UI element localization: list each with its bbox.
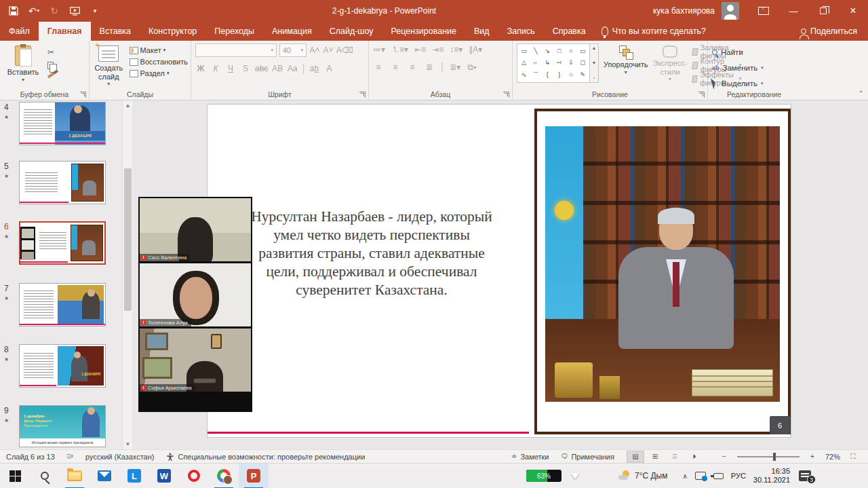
customize-qat-icon[interactable]: ▾: [90, 5, 100, 16]
hidden-icons-chevron[interactable]: ∧: [682, 472, 687, 480]
participant-video-3[interactable]: Софья Арыспаева: [140, 329, 251, 392]
tab-view[interactable]: Вид: [465, 22, 498, 41]
text-shadow-button[interactable]: S: [240, 62, 251, 75]
text-direction-button[interactable]: ∥A▾: [469, 43, 482, 56]
paste-caret[interactable]: ▾: [22, 77, 24, 83]
app-l-button[interactable]: L: [119, 464, 149, 488]
arrange-button[interactable]: Упорядочить ▾: [604, 43, 648, 75]
start-button[interactable]: [0, 464, 30, 488]
select-button[interactable]: Выделить▾: [712, 76, 797, 90]
font-size-combo[interactable]: 40▾: [279, 43, 307, 57]
powerpoint-button[interactable]: P: [239, 464, 269, 488]
zoom-slider-thumb[interactable]: [773, 453, 776, 461]
slide-sorter-view-button[interactable]: ⊞: [646, 451, 664, 463]
opera-button[interactable]: [179, 464, 209, 488]
notes-button[interactable]: ≐Заметки: [505, 450, 555, 463]
tab-file[interactable]: Файл: [0, 22, 39, 41]
display-tray-icon[interactable]: [695, 472, 706, 480]
tab-home[interactable]: Главная: [39, 22, 91, 41]
shapes-gallery[interactable]: ▭╲↘□○▭ △⌐↳⇨⇩◻ ∿⌒{}☆✎: [517, 43, 590, 83]
align-left-button[interactable]: ≡: [373, 61, 384, 73]
reading-view-button[interactable]: ⌻: [666, 451, 684, 463]
weather-widget[interactable]: 7°C Дым: [618, 471, 667, 481]
font-dialog-launcher[interactable]: [359, 92, 366, 98]
file-explorer-button[interactable]: [60, 464, 90, 488]
font-color-button[interactable]: А: [324, 62, 335, 75]
slide-thumbnail-4[interactable]: 4★ 1 ДЕКАБРЯ: [4, 102, 119, 145]
cut-icon[interactable]: ✂: [47, 48, 54, 57]
scroll-up-button[interactable]: ▲: [123, 100, 133, 111]
restore-button[interactable]: [808, 0, 838, 22]
quick-styles-button[interactable]: Экспресс-стили ▾: [652, 43, 687, 82]
slide-canvas[interactable]: Нурсултан Назарбаев - лидер, который уме…: [132, 100, 868, 449]
undo-dropdown-caret[interactable]: ▾: [37, 8, 40, 14]
participant-video-1[interactable]: Сасс Валентина: [140, 198, 251, 261]
bullets-button[interactable]: ≔▾: [373, 43, 385, 56]
zoom-slider[interactable]: [737, 456, 800, 457]
tell-me-box[interactable]: Что вы хотите сделать?: [595, 22, 713, 41]
char-spacing-button[interactable]: АВ: [272, 62, 283, 75]
reset-button[interactable]: Восстановить: [130, 58, 188, 66]
tab-review[interactable]: Рецензирование: [382, 22, 465, 41]
paste-button[interactable]: Вставить ▾: [4, 43, 42, 83]
find-button[interactable]: Найти: [712, 45, 797, 59]
decrease-indent-button[interactable]: ⇤≡: [414, 43, 426, 56]
mail-button[interactable]: [90, 464, 119, 488]
tab-design[interactable]: Конструктор: [140, 22, 205, 41]
numbering-button[interactable]: ⒈≡▾: [391, 43, 408, 56]
tab-transitions[interactable]: Переходы: [205, 22, 263, 41]
new-slide-button[interactable]: Создать слайд ▾: [94, 43, 124, 87]
portrait-frame[interactable]: [534, 109, 791, 434]
panel-scrollbar[interactable]: ▲ ▼: [122, 100, 132, 449]
slide-thumbnail-5[interactable]: 5★: [4, 161, 119, 204]
underline-button[interactable]: Ч: [225, 62, 236, 75]
new-slide-caret[interactable]: ▾: [107, 81, 110, 87]
video-conference-overlay[interactable]: Сасс Валентина Толегенова Алуа Софья Ары…: [138, 197, 252, 412]
slide-counter[interactable]: Слайд 6 из 13: [0, 450, 61, 463]
spellcheck-button[interactable]: ⌹ˣ: [61, 450, 79, 463]
layout-button[interactable]: Макет▾: [130, 46, 188, 54]
clear-formatting-icon[interactable]: A⌫: [336, 44, 353, 56]
justify-button[interactable]: ≣: [424, 61, 435, 73]
slide-thumbnail-7[interactable]: 7★: [4, 283, 119, 326]
format-painter-icon[interactable]: [47, 72, 54, 78]
align-right-button[interactable]: ≡: [407, 61, 418, 73]
collapse-ribbon-button[interactable]: ⌃: [859, 90, 864, 97]
battery-percent-widget[interactable]: 63%: [526, 470, 561, 482]
slide-thumbnail-8[interactable]: 8★ 1 ДЕКАБРЯ: [4, 344, 119, 388]
start-slideshow-icon[interactable]: [69, 5, 80, 16]
tab-insert[interactable]: Вставка: [91, 22, 140, 41]
ribbon-display-options-button[interactable]: [749, 0, 778, 22]
comments-button[interactable]: 🗨Примечания: [555, 450, 620, 463]
word-button[interactable]: W: [149, 464, 179, 488]
font-name-combo[interactable]: ▾: [195, 43, 277, 57]
shrink-font-icon[interactable]: A˅: [323, 44, 334, 56]
accessibility-button[interactable]: Специальные возможности: проверьте реком…: [160, 450, 371, 463]
italic-button[interactable]: К: [210, 62, 221, 75]
chrome-button[interactable]: [209, 464, 239, 488]
share-button[interactable]: Поделиться: [790, 22, 868, 41]
slide-thumbnail-6-selected[interactable]: 6★: [4, 221, 119, 265]
normal-view-button[interactable]: ▤: [627, 451, 644, 463]
scrollbar-thumb[interactable]: [124, 168, 132, 311]
highlight-button[interactable]: ab̲: [309, 62, 320, 75]
account-name[interactable]: кука бахтиярова: [653, 6, 715, 16]
tab-slideshow[interactable]: Слайд-шоу: [321, 22, 382, 41]
language-button[interactable]: русский (Казахстан): [79, 450, 160, 463]
shapes-gallery-scrollbar[interactable]: ▲▼⹀: [590, 43, 599, 83]
zoom-in-button[interactable]: +: [804, 451, 821, 463]
save-icon[interactable]: [8, 5, 19, 16]
columns-button[interactable]: ≣▾: [450, 61, 460, 73]
slide-thumbnail-9[interactable]: 9★ 1 декабря- День Первого Президента Ис…: [4, 405, 119, 447]
copy-icon[interactable]: [47, 62, 54, 69]
scroll-down-button[interactable]: ▼: [123, 439, 133, 449]
drawing-dialog-launcher[interactable]: [698, 92, 705, 98]
tab-help[interactable]: Справка: [544, 22, 595, 41]
paragraph-dialog-launcher[interactable]: [503, 92, 509, 98]
minimize-button[interactable]: —: [778, 0, 808, 22]
participant-video-2[interactable]: Толегенова Алуа: [140, 263, 251, 326]
slide-6[interactable]: Нурсултан Назарбаев - лидер, который уме…: [207, 104, 791, 438]
replace-button[interactable]: abЗаменить▾: [712, 60, 797, 75]
undo-icon[interactable]: ↶▾: [28, 5, 39, 16]
fit-to-window-button[interactable]: ⛶: [844, 451, 862, 463]
